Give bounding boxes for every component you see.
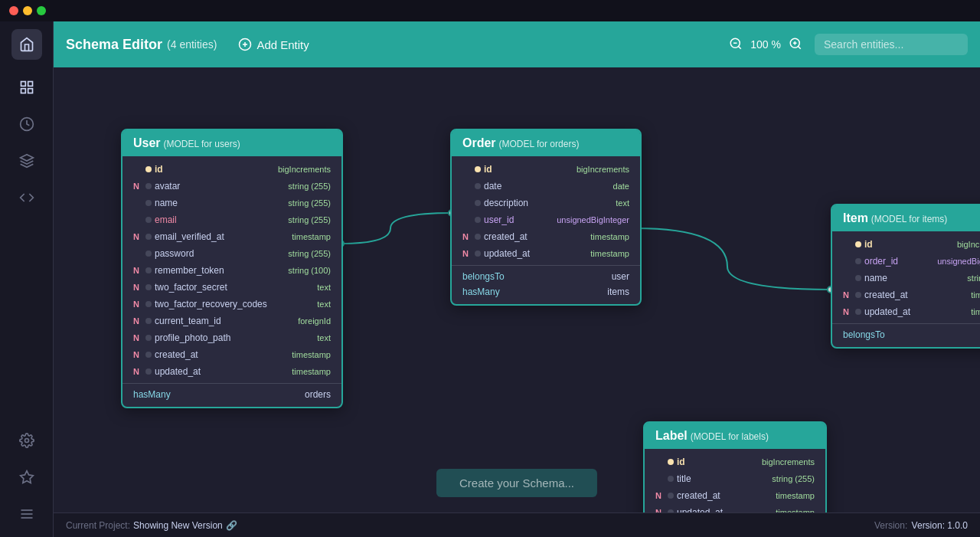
table-row: N created_at timestamp <box>645 487 825 504</box>
field-dot <box>475 166 481 172</box>
field-type: bigIncrements <box>762 457 815 467</box>
svg-line-17 <box>798 46 800 48</box>
topbar-title: Schema Editor (4 entities) <box>66 37 217 53</box>
zoom-out-button[interactable] <box>729 37 743 53</box>
field-name: name <box>864 273 964 283</box>
user-model-name: User <box>133 136 161 149</box>
item-model-meta: (MODEL for items) <box>871 214 948 224</box>
field-dot <box>475 217 481 223</box>
field-type: text <box>616 198 629 208</box>
table-row: hasMany orders <box>122 387 341 402</box>
table-row: N remember_token string (100) <box>122 262 341 279</box>
sidebar-item-history[interactable] <box>11 109 42 139</box>
field-type: string (255) <box>288 182 331 191</box>
field-name: email_verified_at <box>155 231 289 242</box>
field-type: unsignedBigInteger <box>557 215 629 224</box>
maximize-button[interactable] <box>37 6 46 15</box>
add-icon <box>238 38 252 51</box>
sidebar-item-schema[interactable] <box>11 72 42 103</box>
field-dot <box>145 368 152 375</box>
field-name: password <box>155 248 285 259</box>
field-dot <box>145 183 152 189</box>
field-dot <box>475 200 481 206</box>
relation-name: hasMany <box>462 287 604 297</box>
entity-body-label: id bigIncrements title string (255) N <box>645 449 825 512</box>
search-input[interactable] <box>815 34 968 55</box>
sidebar-item-settings[interactable] <box>11 425 42 456</box>
order-model-meta: (MODEL for orders) <box>498 139 579 149</box>
entity-header-order: Order (MODEL for orders) <box>452 130 640 156</box>
add-entity-button[interactable]: Add Entity <box>229 33 318 56</box>
field-name: two_factor_secret <box>155 282 314 293</box>
field-dot <box>475 234 481 240</box>
relation-name: belongsTo <box>462 271 609 282</box>
field-name: current_team_id <box>155 316 295 326</box>
nullable-indicator: N <box>133 333 142 342</box>
sidebar-item-menu[interactable] <box>11 499 42 529</box>
table-row: N email_verified_at timestamp <box>122 228 341 245</box>
table-row: N created_at timestamp <box>452 228 640 245</box>
relation-name: hasMany <box>133 389 302 400</box>
table-row: name string (255) <box>832 270 980 287</box>
nullable-indicator: N <box>133 367 142 376</box>
field-dot <box>145 250 152 257</box>
minimize-button[interactable] <box>23 6 32 15</box>
canvas[interactable]: User (MODEL for users) id bigIncrements … <box>54 67 980 512</box>
field-name: id <box>677 457 759 467</box>
svg-rect-0 <box>21 82 25 87</box>
nullable-indicator: N <box>462 232 472 241</box>
nullable-indicator: N <box>655 491 665 500</box>
entity-header-user: User (MODEL for users) <box>122 130 341 156</box>
svg-marker-6 <box>20 471 33 483</box>
entity-card-user[interactable]: User (MODEL for users) id bigIncrements … <box>121 129 343 408</box>
zoom-in-button[interactable] <box>789 37 802 53</box>
nullable-indicator: N <box>462 249 472 258</box>
table-row: order_id unsignedBigInteger <box>832 253 980 270</box>
field-dot <box>145 200 152 206</box>
field-type: timestamp <box>971 290 980 300</box>
field-type: timestamp <box>971 307 980 316</box>
table-row: date date <box>452 178 640 195</box>
nullable-indicator: N <box>133 300 142 309</box>
project-name: Showing New Version <box>133 520 223 531</box>
nullable-indicator: N <box>133 316 142 326</box>
field-type: string (255) <box>772 474 815 483</box>
field-name: created_at <box>677 490 773 501</box>
sidebar-item-code[interactable] <box>11 182 42 213</box>
table-row: N updated_at timestamp <box>122 363 341 380</box>
field-type: text <box>317 333 331 342</box>
field-type: timestamp <box>292 350 331 359</box>
nullable-indicator: N <box>133 350 142 359</box>
entity-card-order[interactable]: Order (MODEL for orders) id bigIncrement… <box>450 129 642 306</box>
field-dot <box>668 493 674 499</box>
entity-card-label[interactable]: Label (MODEL for labels) id bigIncrement… <box>643 421 827 512</box>
field-name: created_at <box>155 349 289 360</box>
field-type: timestamp <box>292 367 331 376</box>
bottombar-right: Version: Version: 1.0.0 <box>874 520 968 531</box>
app-content: Schema Editor (4 entities) Add Entity 10… <box>0 21 980 537</box>
field-name: id <box>864 239 954 250</box>
field-type: date <box>613 182 629 191</box>
user-model-meta: (MODEL for users) <box>163 139 240 149</box>
field-name: two_factor_recovery_codes <box>155 299 314 309</box>
table-row: description text <box>452 195 640 211</box>
field-dot <box>145 352 152 358</box>
field-dot <box>475 183 481 189</box>
table-row: email string (255) <box>122 211 341 228</box>
field-dot <box>668 509 674 512</box>
add-entity-label: Add Entity <box>256 38 309 51</box>
external-link-icon[interactable]: 🔗 <box>226 520 237 531</box>
field-type: bigIncrements <box>278 165 331 174</box>
sidebar-item-plugins[interactable] <box>11 146 42 176</box>
close-button[interactable] <box>9 6 18 15</box>
field-name: name <box>155 198 285 208</box>
sidebar-item-home[interactable] <box>11 29 42 60</box>
order-model-name: Order <box>462 136 496 149</box>
table-row: N updated_at timestamp <box>832 303 980 320</box>
sidebar-item-deploy[interactable] <box>11 462 42 493</box>
app-shell: Schema Editor (4 entities) Add Entity 10… <box>0 0 980 537</box>
entity-card-item[interactable]: Item (MODEL for items) id bigIncrements <box>831 204 980 349</box>
topbar: Schema Editor (4 entities) Add Entity 10… <box>54 21 980 67</box>
svg-rect-3 <box>21 89 25 93</box>
field-dot <box>145 335 152 341</box>
